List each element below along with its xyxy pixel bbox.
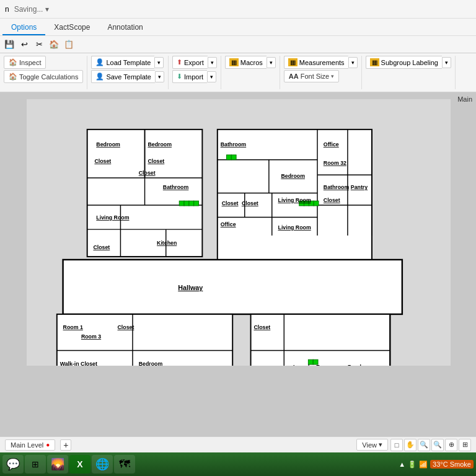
tab-options[interactable]: Options (2, 20, 45, 35)
svg-text:Laundry Room: Laundry Room (293, 364, 332, 366)
macros-group: ▦ Macros ▾ (221, 56, 280, 89)
tab-xactscope[interactable]: XactScope (45, 20, 99, 35)
taskbar-whatsapp[interactable]: 💬 (2, 455, 24, 474)
level-indicator: ● (46, 441, 50, 448)
svg-rect-29 (251, 314, 390, 366)
battery-icon: 🔋 (408, 461, 416, 469)
svg-text:Closet: Closet (93, 244, 110, 250)
font-size-icon: AA (289, 73, 299, 80)
taskbar-maps[interactable]: 🗺 (114, 455, 135, 474)
taskbar-chrome[interactable]: 🌐 (92, 455, 113, 474)
svg-text:Bathroom: Bathroom (324, 184, 350, 190)
macros-button[interactable]: ▦ Macros (225, 56, 267, 69)
add-level-button[interactable]: + (60, 439, 71, 451)
svg-rect-36 (184, 201, 189, 206)
svg-text:Porch: Porch (348, 364, 363, 366)
level-tab[interactable]: Main Level ● (5, 439, 55, 451)
zoom-controls: □ ✋ 🔍 🔍 ⊕ ⊞ (390, 439, 471, 451)
svg-rect-35 (179, 201, 184, 206)
status-bar: Main Level ● + View ▾ □ ✋ 🔍 🔍 ⊕ ⊞ (0, 436, 476, 452)
svg-text:Closet: Closet (94, 158, 111, 164)
measurements-group: ▦ Measurements ▾ AA Font Size ▾ (280, 56, 362, 89)
svg-text:Closet: Closet (139, 170, 156, 176)
main-content-area: Main (0, 93, 476, 436)
svg-text:Closet: Closet (253, 324, 270, 330)
save-template-icon: 👤 (95, 73, 104, 81)
taskbar-windows[interactable]: ⊞ (25, 455, 46, 474)
import-split: ⬇ Import ▾ (172, 70, 216, 83)
svg-text:Living Room: Living Room (278, 224, 311, 231)
qa-cut-btn[interactable]: ✂ (32, 38, 46, 51)
macros-split: ▦ Macros ▾ (225, 56, 276, 69)
save-template-button[interactable]: 👤 Save Template (91, 70, 155, 83)
svg-text:Pantry: Pantry (351, 184, 368, 190)
export-button[interactable]: ⬆ Export (172, 56, 208, 69)
svg-rect-40 (231, 155, 236, 160)
title-bar: n Saving... ▾ (0, 0, 476, 19)
svg-text:Office: Office (221, 221, 236, 227)
import-button[interactable]: ⬇ Import (172, 70, 207, 83)
measurements-dropdown[interactable]: ▾ (348, 57, 358, 68)
svg-text:Bathroom: Bathroom (221, 141, 247, 148)
ribbon: 🏠 Inspect 🏠 Toggle Calculations 👤 Load T… (0, 53, 476, 93)
network-icon: 📶 (419, 461, 428, 469)
macros-dropdown[interactable]: ▾ (267, 57, 276, 68)
pan-btn[interactable]: ✋ (404, 439, 416, 451)
view-button[interactable]: View ▾ (356, 439, 388, 451)
svg-text:Closet: Closet (148, 158, 164, 164)
load-template-button[interactable]: 👤 Load Template (91, 56, 154, 69)
macros-icon: ▦ (229, 58, 239, 66)
taskbar-right: ▲ 🔋 📶 33°C Smoke (399, 460, 474, 469)
qa-paste-btn[interactable]: 📋 (62, 38, 76, 51)
subgroup-button[interactable]: ▦ Subgroup Labeling (366, 56, 442, 69)
qa-copy-btn[interactable]: 🏠 (47, 38, 61, 51)
app-name: n (5, 5, 9, 14)
save-template-dropdown[interactable]: ▾ (155, 71, 164, 82)
measurements-icon: ▦ (288, 58, 298, 66)
saving-label: Saving... (14, 5, 43, 14)
svg-text:Closet: Closet (324, 197, 340, 203)
export-split: ⬆ Export ▾ (172, 56, 217, 69)
taskbar-excel[interactable]: X (69, 455, 90, 474)
qa-undo-btn[interactable]: ↩ (17, 38, 31, 51)
import-dropdown[interactable]: ▾ (207, 71, 216, 82)
quick-access-toolbar: 💾 ↩ ✂ 🏠 📋 (0, 36, 476, 53)
svg-text:Room 3: Room 3 (81, 333, 101, 340)
svg-rect-22 (57, 314, 232, 366)
measurements-button[interactable]: ▦ Measurements (284, 56, 348, 69)
svg-text:Walk-in Closet: Walk-in Closet (60, 361, 97, 366)
load-template-icon: 👤 (95, 58, 104, 66)
svg-text:Living Room: Living Room (96, 214, 129, 221)
zoom-out-btn[interactable]: 🔍 (418, 439, 430, 451)
zoom-reset-btn[interactable]: ⊕ (445, 439, 457, 451)
export-dropdown[interactable]: ▾ (208, 57, 217, 68)
load-template-dropdown[interactable]: ▾ (154, 57, 164, 68)
zoom-fit-btn[interactable]: ⊞ (459, 439, 471, 451)
svg-text:Closet: Closet (222, 200, 239, 206)
saving-chevron[interactable]: ▾ (45, 5, 49, 14)
floorplan-svg[interactable]: Bedroom Bedroom Closet Closet Bathroom C… (12, 99, 465, 366)
ribbon-tabs: Options XactScope Annotation (0, 19, 476, 36)
temp-badge: 33°C Smoke (430, 460, 474, 469)
svg-text:Closet: Closet (118, 324, 134, 330)
font-size-button[interactable]: AA Font Size ▾ (284, 70, 339, 82)
measurements-split: ▦ Measurements ▾ (284, 56, 358, 69)
tab-annotation[interactable]: Annotation (99, 20, 151, 35)
toggle-calc-icon: 🏠 (9, 73, 17, 81)
inspect-button[interactable]: 🏠 Inspect (4, 56, 46, 69)
taskbar-arrow-up[interactable]: ▲ (399, 461, 405, 468)
svg-text:Room 1: Room 1 (63, 324, 83, 330)
toggle-calculations-button[interactable]: 🏠 Toggle Calculations (4, 70, 83, 83)
qa-save-btn[interactable]: 💾 (2, 38, 16, 51)
status-right: View ▾ □ ✋ 🔍 🔍 ⊕ ⊞ (356, 439, 471, 451)
subgroup-dropdown[interactable]: ▾ (442, 57, 451, 68)
zoom-in-btn[interactable]: 🔍 (431, 439, 444, 451)
window-btn[interactable]: □ (390, 439, 403, 451)
svg-text:Bedroom: Bedroom (96, 141, 120, 148)
svg-text:Bedroom: Bedroom (148, 141, 172, 148)
svg-text:Kitchen: Kitchen (157, 240, 177, 246)
svg-text:Office: Office (324, 141, 339, 148)
svg-rect-44 (314, 201, 319, 206)
taskbar-photos[interactable]: 🌄 (47, 455, 68, 474)
saving-indicator: Saving... ▾ (14, 5, 50, 14)
